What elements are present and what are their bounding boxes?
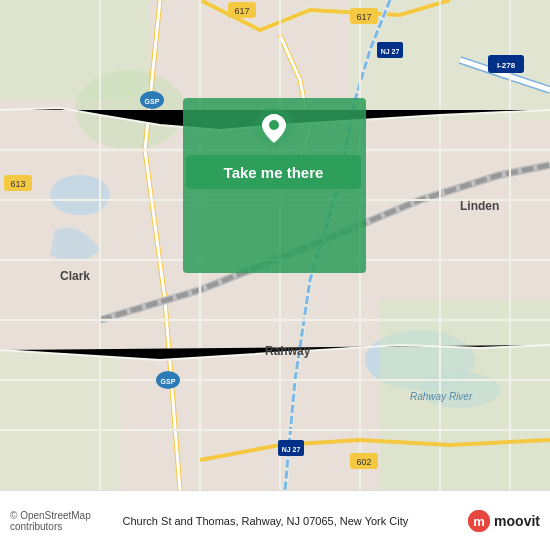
bottom-bar: © OpenStreetMap contributors Church St a… <box>0 490 550 550</box>
moovit-logo: m moovit <box>468 510 540 532</box>
moovit-brand-text: moovit <box>494 513 540 529</box>
svg-text:GSP: GSP <box>145 98 160 105</box>
svg-text:m: m <box>473 514 485 529</box>
svg-text:Clark: Clark <box>60 269 90 283</box>
svg-text:Rahway: Rahway <box>265 344 311 358</box>
map-container: 617 617 613 GSP GSP NJ 27 NJ 27 I-278 60… <box>0 0 550 490</box>
svg-point-46 <box>269 120 279 130</box>
svg-text:NJ 27: NJ 27 <box>282 446 301 453</box>
svg-text:I-278: I-278 <box>497 61 516 70</box>
svg-text:613: 613 <box>10 179 25 189</box>
svg-text:Rahway River: Rahway River <box>410 391 473 402</box>
location-marker <box>252 105 296 149</box>
attribution: © OpenStreetMap contributors <box>10 510 123 532</box>
address-text: Church St and Thomas, Rahway, NJ 07065, … <box>123 515 461 527</box>
svg-text:617: 617 <box>356 12 371 22</box>
svg-text:Linden: Linden <box>460 199 499 213</box>
take-me-there-button[interactable]: Take me there <box>186 155 361 189</box>
moovit-icon: m <box>468 510 490 532</box>
svg-text:602: 602 <box>356 457 371 467</box>
svg-text:617: 617 <box>234 6 249 16</box>
svg-text:NJ 27: NJ 27 <box>381 48 400 55</box>
svg-rect-7 <box>0 350 120 490</box>
svg-text:GSP: GSP <box>161 378 176 385</box>
